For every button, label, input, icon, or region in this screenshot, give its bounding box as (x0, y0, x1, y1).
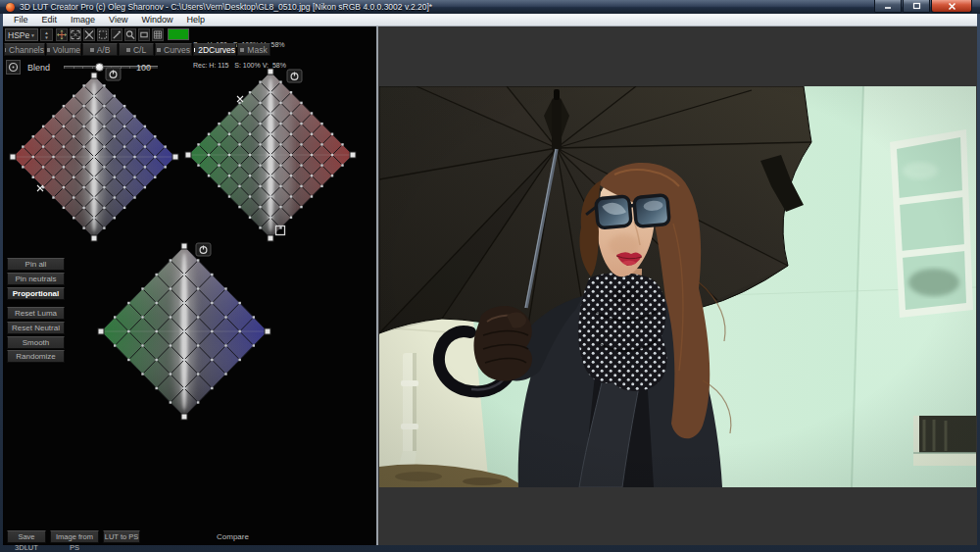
grid-node[interactable] (82, 125, 84, 127)
grid-node[interactable] (114, 176, 116, 178)
grid-node[interactable] (114, 156, 116, 158)
grid-node[interactable] (290, 133, 292, 135)
grid-node[interactable] (141, 316, 143, 318)
grid-node[interactable] (300, 143, 302, 145)
grid-node[interactable] (52, 176, 54, 178)
grid-node[interactable] (228, 133, 230, 135)
lut-to-ps-button[interactable]: LUT to PS (103, 530, 140, 543)
grid-node[interactable] (63, 125, 65, 127)
grid-node[interactable] (300, 102, 302, 104)
grid-node[interactable] (249, 195, 251, 197)
expand-grid-button[interactable] (70, 28, 81, 41)
grid-node[interactable] (300, 185, 302, 187)
grid-node[interactable] (259, 80, 261, 82)
close-button[interactable] (931, 0, 972, 13)
title-bar[interactable]: 3D LUT Creator Pro (c) Oleg Sharonov - C… (0, 0, 980, 14)
grid-corner-handle[interactable] (98, 328, 104, 334)
grid-node[interactable] (155, 274, 157, 276)
grid-node[interactable] (42, 145, 44, 147)
grid-node[interactable] (63, 105, 65, 107)
grid-node[interactable] (320, 185, 322, 187)
grid-node[interactable] (155, 359, 157, 361)
grid-node[interactable] (141, 287, 143, 289)
grid-node[interactable] (300, 206, 302, 208)
grid-node[interactable] (103, 207, 105, 209)
grid-node[interactable] (82, 84, 84, 86)
grid-node[interactable] (93, 217, 95, 219)
grid-node[interactable] (123, 125, 125, 127)
green-blue-grid[interactable] (98, 243, 270, 420)
grid-node[interactable] (211, 387, 213, 389)
grid-node[interactable] (211, 302, 213, 304)
grid-node[interactable] (93, 115, 95, 117)
grid-corner-handle[interactable] (268, 235, 273, 241)
grid-node[interactable] (32, 135, 34, 137)
grid-node[interactable] (123, 166, 125, 168)
tab-volume[interactable]: Volume (46, 43, 81, 56)
grid-node[interactable] (300, 123, 302, 125)
grid-node[interactable] (259, 206, 261, 208)
grid-node[interactable] (52, 196, 54, 198)
grid-node[interactable] (320, 164, 322, 166)
grid-node[interactable] (218, 164, 220, 166)
grid-node[interactable] (170, 373, 172, 375)
grid-node[interactable] (238, 123, 240, 125)
grid-node[interactable] (63, 186, 65, 188)
colorspace-spinner[interactable]: ▲▼ (40, 28, 53, 41)
grid-node[interactable] (238, 102, 240, 104)
grid-node[interactable] (270, 154, 271, 156)
grid-node[interactable] (103, 145, 105, 147)
tab-ab[interactable]: A/B (82, 43, 118, 56)
grid-node[interactable] (82, 105, 84, 107)
grid-node[interactable] (114, 196, 116, 198)
grid-node[interactable] (22, 145, 24, 147)
grid-node[interactable] (42, 125, 44, 127)
grid-node[interactable] (224, 373, 226, 375)
tab-mask[interactable]: Mask (237, 43, 270, 56)
grid-node[interactable] (127, 330, 129, 332)
grid-node[interactable] (228, 175, 230, 176)
grid-node[interactable] (224, 316, 226, 318)
grid-node[interactable] (259, 102, 261, 104)
frame-button[interactable] (138, 28, 150, 41)
grid-node[interactable] (127, 359, 129, 361)
grid-node[interactable] (270, 195, 271, 197)
grid-node[interactable] (197, 344, 199, 346)
grid-node[interactable] (155, 387, 157, 389)
grid-node[interactable] (249, 112, 251, 114)
grid-node[interactable] (290, 175, 292, 176)
grid-node[interactable] (238, 185, 240, 187)
grid-node[interactable] (32, 176, 34, 178)
grid-node[interactable] (259, 143, 261, 145)
grid-node[interactable] (155, 302, 157, 304)
grid-node[interactable] (52, 156, 54, 158)
grid-node[interactable] (133, 196, 135, 198)
grid-node[interactable] (133, 115, 135, 117)
grid-node[interactable] (164, 145, 166, 147)
2dcurves-grids[interactable] (3, 67, 376, 545)
pin-all-button[interactable]: Pin all (7, 258, 65, 271)
grid-corner-handle[interactable] (91, 73, 97, 78)
tab-channels[interactable]: Channels (4, 43, 45, 56)
grid-node[interactable] (249, 154, 251, 156)
grid-node[interactable] (82, 145, 84, 147)
grid-node[interactable] (259, 123, 261, 125)
grid-node[interactable] (211, 330, 213, 332)
grid-node[interactable] (103, 226, 105, 228)
grid-node[interactable] (114, 217, 116, 219)
compare-button[interactable]: Compare (217, 532, 249, 541)
grid-node[interactable] (270, 133, 271, 135)
grid-node[interactable] (32, 156, 34, 158)
grid-node[interactable] (197, 287, 199, 289)
grid-node[interactable] (218, 143, 220, 145)
grid-node[interactable] (63, 207, 65, 209)
grid-node[interactable] (249, 217, 251, 219)
grid-node[interactable] (103, 186, 105, 188)
grid-node[interactable] (73, 176, 74, 178)
grid-node[interactable] (114, 95, 116, 97)
green-red-grid[interactable] (185, 69, 356, 241)
grid-node[interactable] (123, 207, 125, 209)
grid-node[interactable] (259, 226, 261, 228)
reset-neutral-button[interactable]: Reset Neutral (7, 322, 65, 334)
grid-node[interactable] (253, 316, 255, 318)
